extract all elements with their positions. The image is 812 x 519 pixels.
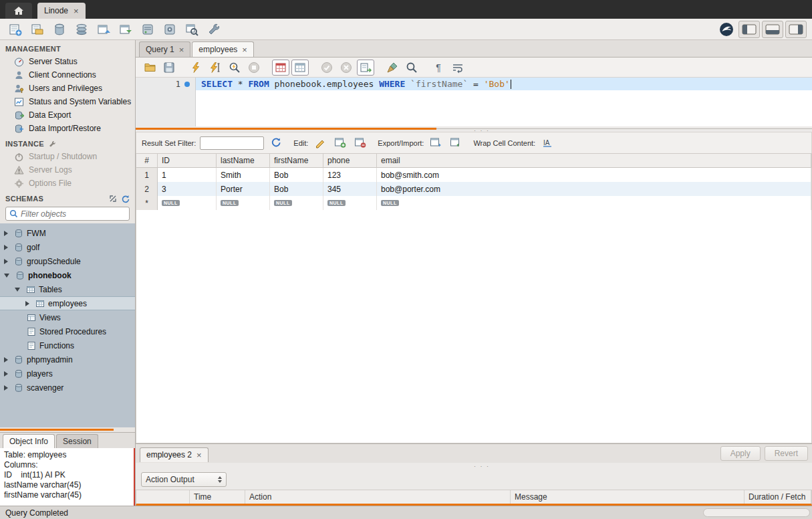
column-header-action[interactable]: Action: [245, 490, 511, 504]
table-row[interactable]: 2 3 Porter Bob 345 bob@porter.com: [136, 182, 811, 196]
edit-cell-button[interactable]: [312, 136, 328, 150]
cell-firstname[interactable]: Bob: [270, 182, 323, 196]
tab-employees[interactable]: employees ×: [192, 41, 254, 57]
cell-firstname[interactable]: Bob: [270, 168, 323, 182]
close-icon[interactable]: ×: [179, 45, 184, 54]
close-icon[interactable]: ×: [242, 45, 247, 54]
cell-null[interactable]: NULL: [217, 196, 270, 210]
schema-tree-item-groupschedule[interactable]: groupSchedule: [0, 254, 135, 268]
schema-filter-box[interactable]: [5, 207, 130, 221]
sql-code-editor[interactable]: 1 SELECT * FROM phonebook.employees WHER…: [136, 78, 812, 126]
stop-query-button[interactable]: [245, 60, 263, 76]
new-query-tab-button[interactable]: [5, 21, 25, 38]
toggle-left-sidebar-button[interactable]: [738, 21, 760, 38]
sidebar-item-client-connections[interactable]: Client Connections: [0, 68, 135, 82]
toggle-output-area-button[interactable]: [762, 21, 783, 38]
close-icon[interactable]: ×: [196, 450, 202, 460]
column-header-duration[interactable]: Duration / Fetch: [745, 490, 811, 504]
output-splitter[interactable]: · · ·: [136, 463, 812, 470]
sidebar-item-options-file[interactable]: Options File: [0, 177, 135, 190]
column-header-firstname[interactable]: firstName: [270, 154, 323, 168]
result-filter-input[interactable]: [200, 136, 264, 150]
cell-phone[interactable]: 345: [323, 182, 377, 196]
schema-tree-item-employees[interactable]: employees: [0, 296, 135, 310]
sql-statement-line[interactable]: SELECT * FROM phonebook.employees WHERE …: [196, 78, 812, 90]
cell-lastname[interactable]: Smith: [217, 168, 270, 182]
sidebar-item-server-status[interactable]: Server Status: [0, 55, 135, 68]
schema-tree-item-phonebook[interactable]: phonebook: [0, 268, 135, 282]
sidebar-item-startup-shutdown[interactable]: Startup / Shutdown: [0, 150, 135, 163]
schema-tree-item-views[interactable]: Views: [0, 310, 135, 324]
new-table-button[interactable]: [72, 21, 92, 38]
expand-right-icon[interactable]: [4, 231, 8, 236]
cell-id[interactable]: 3: [158, 182, 217, 196]
schema-tree-item-stored-procedures[interactable]: Stored Procedures: [0, 324, 135, 338]
toggle-stop-on-error-button[interactable]: [272, 60, 289, 76]
search-table-data-button[interactable]: [182, 21, 202, 38]
schema-tree-item-phpmyadmin[interactable]: phpmyadmin: [0, 352, 135, 367]
sidebar-item-data-import-restore[interactable]: Data Import/Restore: [0, 122, 135, 135]
revert-button[interactable]: Revert: [765, 446, 808, 461]
new-schema-button[interactable]: [49, 21, 70, 38]
execute-current-statement-button[interactable]: [207, 60, 224, 76]
sidebar-item-status-system-variables[interactable]: Status and System Variables: [0, 95, 135, 108]
utilities-button[interactable]: [204, 21, 224, 38]
schema-tree-item-players[interactable]: players: [0, 367, 135, 381]
limit-rows-button[interactable]: [291, 60, 309, 76]
sidebar-splitter[interactable]: [0, 429, 114, 431]
sidebar-item-data-export[interactable]: Data Export: [0, 108, 135, 122]
column-header-phone[interactable]: phone: [323, 154, 377, 168]
horizontal-scrollbar[interactable]: [703, 508, 810, 517]
save-button[interactable]: [160, 60, 178, 76]
schema-tree-item-fwm[interactable]: FWM: [0, 226, 135, 240]
toggle-right-sidebar-button[interactable]: [785, 21, 807, 38]
expand-right-icon[interactable]: [4, 371, 8, 377]
expand-right-icon[interactable]: [4, 259, 8, 264]
collapse-down-icon[interactable]: [15, 288, 20, 292]
toggle-invisible-characters-button[interactable]: ¶: [430, 60, 447, 76]
schema-tree-item-golf[interactable]: golf: [0, 240, 135, 254]
column-header-id[interactable]: ID: [158, 154, 217, 168]
tab-query-1[interactable]: Query 1 ×: [139, 41, 190, 57]
find-button[interactable]: [403, 60, 420, 76]
toggle-word-wrap-button[interactable]: [449, 60, 466, 76]
refresh-schemas-icon[interactable]: [121, 195, 130, 203]
delete-row-button[interactable]: [352, 136, 368, 150]
refresh-results-button[interactable]: [268, 136, 284, 150]
sidebar-item-server-logs[interactable]: Server Logs: [0, 163, 135, 177]
expand-right-icon[interactable]: [4, 245, 8, 250]
cell-email[interactable]: bob@porter.com: [377, 182, 811, 196]
splitter-handle[interactable]: · · ·: [474, 127, 490, 134]
expand-right-icon[interactable]: [4, 385, 8, 391]
export-recordset-button[interactable]: [428, 136, 444, 150]
cell-null[interactable]: NULL: [323, 196, 377, 210]
table-row[interactable]: 1 1 Smith Bob 123 bob@smith.com: [136, 168, 811, 182]
close-icon[interactable]: ×: [74, 7, 79, 15]
table-data-import-button[interactable]: [116, 21, 136, 38]
cell-null[interactable]: NULL: [270, 196, 323, 210]
execute-query-button[interactable]: [187, 60, 205, 76]
explain-plan-button[interactable]: [226, 60, 243, 76]
code-area[interactable]: SELECT * FROM phonebook.employees WHERE …: [196, 78, 812, 126]
splitter-handle[interactable]: · · ·: [474, 463, 490, 470]
expand-right-icon[interactable]: [25, 301, 29, 306]
connection-tab[interactable]: Linode ×: [37, 3, 86, 19]
expand-schemas-panel-icon[interactable]: [109, 195, 117, 203]
new-row-placeholder[interactable]: * NULL NULL NULL NULL NULL: [136, 196, 811, 210]
output-type-select[interactable]: Action Output: [141, 472, 227, 487]
column-header-rownum[interactable]: #: [136, 154, 158, 168]
column-header-time[interactable]: Time: [190, 490, 245, 504]
tab-employees-2[interactable]: employees 2 ×: [140, 447, 209, 462]
server-status-button[interactable]: [138, 21, 158, 38]
cell-email[interactable]: bob@smith.com: [377, 168, 811, 182]
tab-session[interactable]: Session: [56, 434, 98, 448]
schema-filter-input[interactable]: [21, 209, 126, 219]
column-header-message[interactable]: Message: [511, 490, 745, 504]
schema-tree-item-tables[interactable]: Tables: [0, 282, 135, 296]
cell-null[interactable]: NULL: [158, 196, 217, 210]
open-file-button[interactable]: [141, 60, 158, 76]
collapse-down-icon[interactable]: [4, 274, 9, 278]
home-tab[interactable]: [5, 3, 32, 19]
wrap-cell-content-button[interactable]: IA: [539, 136, 555, 150]
server-config-button[interactable]: [160, 21, 180, 38]
